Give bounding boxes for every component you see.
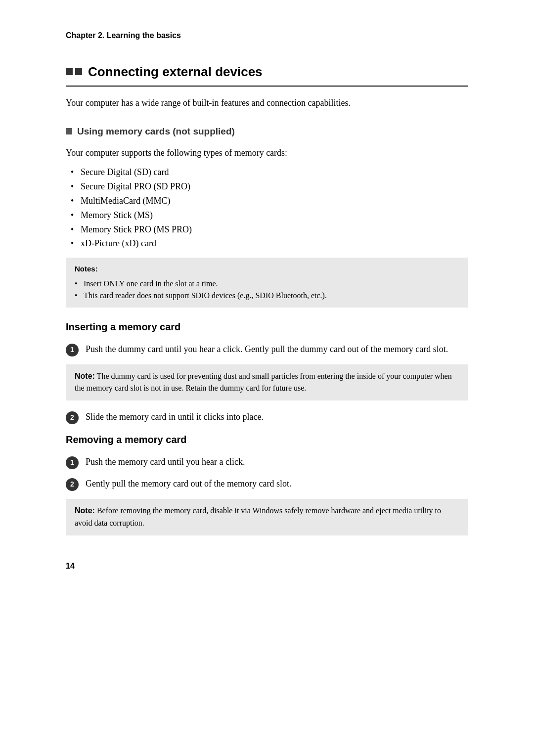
card-types-list: Secure Digital (SD) card Secure Digital …	[71, 165, 468, 251]
notes-title: Notes:	[75, 264, 459, 275]
list-item: Secure Digital (SD) card	[71, 165, 468, 179]
step-number-r2: 2	[66, 478, 79, 491]
step-number-2: 2	[66, 411, 79, 424]
chapter-header: Chapter 2. Learning the basics	[66, 30, 468, 42]
notes-item: This card reader does not support SDIO d…	[75, 290, 459, 302]
inserting-step-2-text: Slide the memory card in until it clicks…	[86, 410, 468, 424]
notes-item: Insert ONLY one card in the slot at a ti…	[75, 278, 459, 290]
removing-note: Note: Before removing the memory card, d…	[66, 499, 468, 535]
subsection-intro: Your computer supports the following typ…	[66, 146, 468, 160]
inserting-title: Inserting a memory card	[66, 319, 468, 335]
inserting-note-text: The dummy card is used for preventing du…	[75, 372, 452, 393]
removing-step-1-text: Push the memory card until you hear a cl…	[86, 455, 468, 469]
section-intro: Your computer has a wide range of built-…	[66, 96, 468, 110]
removing-step-2: 2 Gently pull the memory card out of the…	[66, 477, 468, 491]
list-item: MultiMediaCard (MMC)	[71, 194, 468, 208]
removing-note-text: Before removing the memory card, disable…	[75, 506, 441, 527]
removing-note-label: Note:	[75, 506, 95, 515]
section-icon-2	[75, 68, 82, 75]
subsection-title-text: Using memory cards (not supplied)	[77, 124, 235, 138]
section-title: Connecting external devices	[88, 62, 263, 82]
inserting-note: Note: The dummy card is used for prevent…	[66, 364, 468, 401]
notes-box: Notes: Insert ONLY one card in the slot …	[66, 258, 468, 308]
section-title-wrapper: Connecting external devices	[66, 62, 468, 87]
inserting-step-1: 1 Push the dummy card until you hear a c…	[66, 343, 468, 356]
notes-list: Insert ONLY one card in the slot at a ti…	[75, 278, 459, 302]
list-item: Memory Stick (MS)	[71, 208, 468, 222]
subsection-icon	[66, 128, 72, 134]
removing-title: Removing a memory card	[66, 432, 468, 447]
list-item: xD-Picture (xD) card	[71, 236, 468, 251]
inserting-step-1-text: Push the dummy card until you hear a cli…	[86, 343, 468, 356]
removing-step-1: 1 Push the memory card until you hear a …	[66, 455, 468, 469]
inserting-note-label: Note:	[75, 372, 95, 380]
section-icon-1	[66, 68, 73, 75]
list-item: Secure Digital PRO (SD PRO)	[71, 179, 468, 194]
step-number-1: 1	[66, 344, 79, 356]
page-number: 14	[66, 560, 468, 573]
list-item: Memory Stick PRO (MS PRO)	[71, 222, 468, 237]
inserting-step-2: 2 Slide the memory card in until it clic…	[66, 410, 468, 424]
subsection-title: Using memory cards (not supplied)	[66, 124, 468, 138]
section-icons	[66, 68, 82, 75]
step-number-r1: 1	[66, 456, 79, 469]
removing-step-2-text: Gently pull the memory card out of the m…	[86, 477, 468, 491]
